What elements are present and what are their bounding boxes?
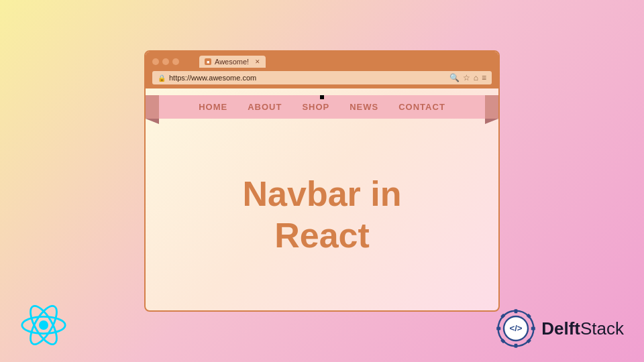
nav-about[interactable]: ABOUT <box>248 102 282 112</box>
svg-text:</>: </> <box>510 323 523 333</box>
main-title: Navbar in React <box>243 173 402 257</box>
tab-title: Awesome! <box>215 58 249 66</box>
menu-icon[interactable]: ≡ <box>482 73 486 82</box>
browser-tab[interactable]: ■ Awesome! ✕ <box>199 56 266 68</box>
star-icon[interactable]: ☆ <box>463 73 470 82</box>
address-bar[interactable]: 🔒 https://www.awesome.com 🔍 ☆ ⌂ ≡ <box>152 71 492 84</box>
delft-bold-text: Delft <box>541 318 580 339</box>
address-url: https://www.awesome.com <box>169 74 446 82</box>
address-bar-icons: 🔍 ☆ ⌂ ≡ <box>449 73 486 82</box>
search-icon[interactable]: 🔍 <box>449 73 460 82</box>
delft-icon: </> <box>496 308 536 349</box>
tab-close-button[interactable]: ✕ <box>255 58 260 65</box>
svg-rect-9 <box>531 327 535 330</box>
delft-regular-text: Stack <box>580 318 624 339</box>
browser-main-content: Navbar in React <box>146 125 498 304</box>
nav-news[interactable]: NEWS <box>350 102 378 112</box>
svg-rect-6 <box>515 309 518 313</box>
nav-contact[interactable]: CONTACT <box>398 102 445 112</box>
home-icon[interactable]: ⌂ <box>474 73 478 82</box>
react-logo <box>20 302 67 349</box>
navbar-container: HOME ABOUT SHOP NEWS CONTACT <box>146 95 498 119</box>
svg-point-4 <box>40 321 47 328</box>
delft-stack-text: DelftStack <box>541 318 624 339</box>
delft-stack-logo: </> DelftStack <box>496 308 624 349</box>
nav-shop[interactable]: SHOP <box>302 102 329 112</box>
svg-rect-7 <box>515 344 518 348</box>
tab-favicon: ■ <box>205 58 211 65</box>
browser-dot-yellow <box>162 58 169 65</box>
navbar: HOME ABOUT SHOP NEWS CONTACT <box>146 95 498 119</box>
main-title-line2: React <box>243 215 402 256</box>
browser-chrome: ■ Awesome! ✕ 🔒 https://www.awesome.com 🔍… <box>146 52 498 88</box>
nav-home[interactable]: HOME <box>199 102 227 112</box>
browser-dot-green <box>172 58 179 65</box>
main-title-line1: Navbar in <box>243 173 402 215</box>
address-secure-icon: 🔒 <box>158 74 166 82</box>
browser-window: ■ Awesome! ✕ 🔒 https://www.awesome.com 🔍… <box>144 50 500 312</box>
svg-rect-8 <box>496 327 500 330</box>
browser-dot-red <box>152 58 159 65</box>
